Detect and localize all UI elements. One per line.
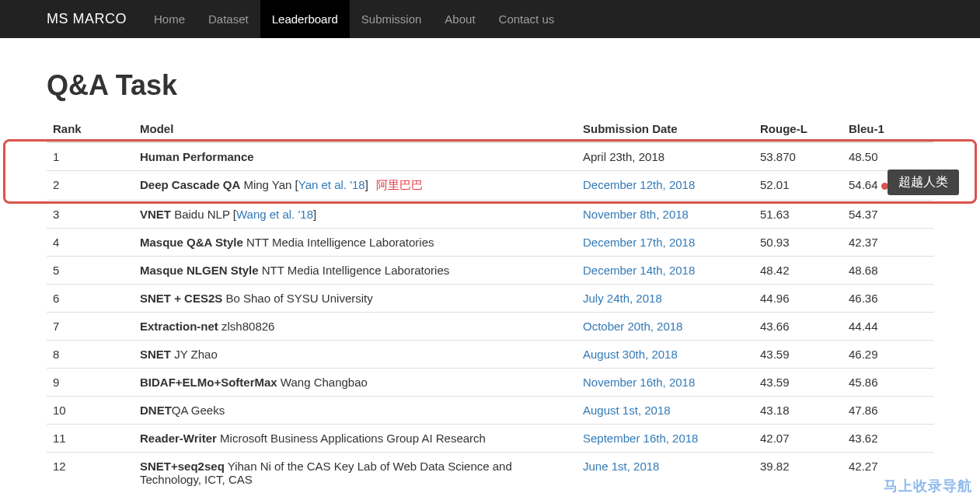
model-name: Human Performance (140, 150, 254, 163)
date-link[interactable]: December 12th, 2018 (583, 178, 695, 191)
citation-close: ] (313, 208, 316, 221)
model-name: VNET (140, 208, 171, 221)
model-affiliation: Wang Changbao (277, 376, 368, 389)
model-name: SNET (140, 348, 171, 361)
table-wrap: Rank Model Submission Date Rouge-L Bleu-… (47, 116, 933, 493)
citation-link[interactable]: Wang et al. '18 (236, 208, 313, 221)
table-row: 1Human PerformanceApril 23th, 201853.870… (47, 142, 933, 171)
th-bleu: Bleu-1 (842, 116, 933, 142)
cell-rank: 2 (47, 171, 134, 201)
table-row: 4Masque Q&A Style NTT Media Intelligence… (47, 229, 933, 257)
cell-bleu: 43.62 (842, 425, 933, 453)
cell-model: Masque NLGEN Style NTT Media Intelligenc… (134, 257, 577, 285)
cell-model: VNET Baidu NLP [Wang et al. '18] (134, 201, 577, 229)
cell-date: April 23th, 2018 (577, 142, 754, 171)
nav-item-about[interactable]: About (433, 0, 487, 38)
cell-rank: 10 (47, 397, 134, 425)
date-link[interactable]: December 17th, 2018 (583, 236, 695, 249)
date-link[interactable]: October 20th, 2018 (583, 320, 682, 333)
cell-model: Masque Q&A Style NTT Media Intelligence … (134, 229, 577, 257)
cell-bleu: 48.68 (842, 257, 933, 285)
cell-bleu: 42.27 (842, 453, 933, 494)
cell-bleu: 54.37 (842, 201, 933, 229)
cell-date: November 16th, 2018 (577, 369, 754, 397)
cell-model: BIDAF+ELMo+SofterMax Wang Changbao (134, 369, 577, 397)
brand[interactable]: MS MARCO (47, 11, 127, 27)
model-affiliation: Ming Yan [ (240, 178, 298, 191)
nav-item-dataset[interactable]: Dataset (197, 0, 260, 38)
cell-model: SNET+seq2seq Yihan Ni of the CAS Key Lab… (134, 453, 577, 494)
th-date: Submission Date (577, 116, 754, 142)
bleu-value: 42.27 (849, 460, 878, 473)
bleu-value: 48.50 (849, 150, 878, 163)
table-row: 2Deep Cascade QA Ming Yan [Yan et al. '1… (47, 171, 933, 201)
cell-rouge: 44.96 (754, 285, 842, 313)
cell-date: October 20th, 2018 (577, 313, 754, 341)
bleu-value: 46.36 (849, 292, 878, 305)
cell-rouge: 50.93 (754, 229, 842, 257)
model-name: SNET + CES2S (140, 292, 222, 305)
date-link[interactable]: November 16th, 2018 (583, 376, 695, 389)
cell-date: November 8th, 2018 (577, 201, 754, 229)
date-link[interactable]: November 8th, 2018 (583, 208, 689, 221)
cell-rank: 8 (47, 341, 134, 369)
citation-link[interactable]: Yan et al. '18 (298, 178, 365, 191)
model-name: Reader-Writer (140, 432, 217, 445)
th-rouge: Rouge-L (754, 116, 842, 142)
table-row: 7Extraction-net zlsh80826October 20th, 2… (47, 313, 933, 341)
model-affiliation: Bo Shao of SYSU University (222, 292, 372, 305)
bleu-value: 42.37 (849, 236, 878, 249)
cell-date: July 24th, 2018 (577, 285, 754, 313)
cell-bleu: 48.50 (842, 142, 933, 171)
cell-rank: 4 (47, 229, 134, 257)
date-link[interactable]: August 30th, 2018 (583, 348, 678, 361)
cell-rouge: 43.59 (754, 369, 842, 397)
cell-model: Human Performance (134, 142, 577, 171)
cell-rouge: 51.63 (754, 201, 842, 229)
cell-date: December 17th, 2018 (577, 229, 754, 257)
date-link[interactable]: July 24th, 2018 (583, 292, 662, 305)
cell-rouge: 52.01 (754, 171, 842, 201)
cell-date: August 1st, 2018 (577, 397, 754, 425)
table-header-row: Rank Model Submission Date Rouge-L Bleu-… (47, 116, 933, 142)
date-link[interactable]: August 1st, 2018 (583, 404, 671, 417)
model-affiliation: Microsoft Business Applications Group AI… (217, 432, 486, 445)
bleu-value: 44.44 (849, 320, 878, 333)
model-affiliation: NTT Media Intelligence Laboratories (243, 236, 434, 249)
cell-date: August 30th, 2018 (577, 341, 754, 369)
model-name: DNET (140, 404, 172, 417)
date-link[interactable]: December 14th, 2018 (583, 264, 695, 277)
nav-item-submission[interactable]: Submission (350, 0, 434, 38)
cell-rank: 1 (47, 142, 134, 171)
table-row: 10DNETQA GeeksAugust 1st, 201843.1847.86 (47, 397, 933, 425)
cell-model: DNETQA Geeks (134, 397, 577, 425)
table-body: 1Human PerformanceApril 23th, 201853.870… (47, 142, 933, 493)
date-link[interactable]: September 16th, 2018 (583, 432, 698, 445)
cell-bleu: 46.36 (842, 285, 933, 313)
cell-bleu: 42.37 (842, 229, 933, 257)
cell-date: September 16th, 2018 (577, 425, 754, 453)
table-row: 3VNET Baidu NLP [Wang et al. '18]Novembe… (47, 201, 933, 229)
bleu-value: 54.64 (849, 178, 878, 191)
date-link[interactable]: June 1st, 2018 (583, 460, 659, 473)
citation-close: ] (365, 178, 368, 191)
table-row: 11Reader-Writer Microsoft Business Appli… (47, 425, 933, 453)
cell-rank: 9 (47, 369, 134, 397)
main-container: Q&A Task Rank Model Submission Date Roug… (0, 38, 980, 500)
navbar: MS MARCO HomeDatasetLeaderboardSubmissio… (0, 0, 980, 38)
cell-date: December 12th, 2018 (577, 171, 754, 201)
cell-date: June 1st, 2018 (577, 453, 754, 494)
cell-rouge: 43.18 (754, 397, 842, 425)
bleu-value: 45.86 (849, 376, 878, 389)
nav-item-home[interactable]: Home (142, 0, 197, 38)
nav-item-contact-us[interactable]: Contact us (487, 0, 567, 38)
th-model: Model (134, 116, 577, 142)
table-row: 6SNET + CES2S Bo Shao of SYSU University… (47, 285, 933, 313)
table-row: 5Masque NLGEN Style NTT Media Intelligen… (47, 257, 933, 285)
cell-rouge: 39.82 (754, 453, 842, 494)
nav-item-leaderboard[interactable]: Leaderboard (260, 0, 350, 38)
cell-rank: 5 (47, 257, 134, 285)
model-affiliation: QA Geeks (172, 404, 225, 417)
cell-rank: 3 (47, 201, 134, 229)
cell-rouge: 42.07 (754, 425, 842, 453)
